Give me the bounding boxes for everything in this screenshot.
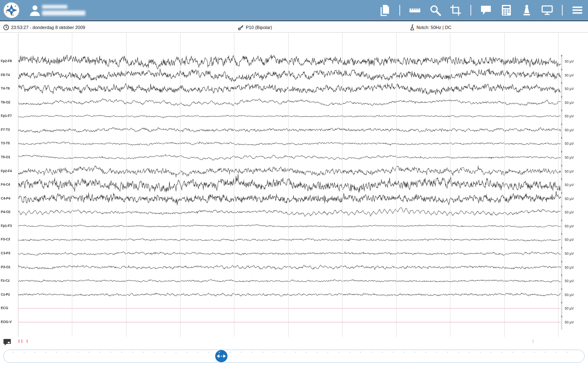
timeline-scrollbar-handle[interactable] <box>215 350 227 362</box>
filter-settings[interactable]: Notch: 50Hz | DC <box>410 22 451 33</box>
monitor-icon[interactable] <box>541 4 553 16</box>
montage-label: P10 (Bipolar) <box>246 25 272 30</box>
event-marker-strip[interactable] <box>0 337 588 349</box>
scrollbar-tick <box>360 352 361 353</box>
scrollbar-tick <box>273 352 274 353</box>
scrollbar-tick <box>404 352 405 353</box>
scrollbar-tick <box>252 352 252 353</box>
horizontal-resize-arrow-icon <box>217 354 226 359</box>
scrollbar-tick <box>382 352 383 353</box>
comment-icon[interactable] <box>3 339 11 347</box>
event-marker[interactable] <box>18 339 20 343</box>
toolbar-separator <box>470 5 471 16</box>
channel-label: Fp2-F8 <box>1 59 17 63</box>
zoom-icon[interactable] <box>430 4 441 16</box>
scrollbar-tick <box>371 352 372 353</box>
time-gridline <box>504 33 505 337</box>
scale-label: 50 µV <box>565 169 574 173</box>
app-header <box>0 0 588 21</box>
scrollbar-tick <box>219 352 220 353</box>
scrollbar-tick <box>110 352 111 353</box>
scale-label: 50 µV <box>565 224 574 228</box>
montage-key-icon <box>238 25 244 30</box>
ruler-icon[interactable] <box>409 4 421 16</box>
channel-label: F3-C3 <box>1 237 17 241</box>
scrollbar-tick <box>447 352 448 353</box>
scrollbar-tick <box>230 352 231 353</box>
time-gridline <box>558 33 559 337</box>
calculator-icon[interactable] <box>501 4 512 16</box>
channel-label: C4-P4 <box>1 196 17 200</box>
scale-label: 50 µV <box>565 265 574 269</box>
scrollbar-tick <box>317 352 318 353</box>
scrollbar-tick <box>567 352 568 353</box>
statuette-icon[interactable] <box>521 4 532 16</box>
time-gridline <box>180 33 180 337</box>
scrollbar-tick <box>425 352 426 353</box>
channel-label: C3-P3 <box>1 251 17 255</box>
scale-ruler-tick <box>561 69 562 70</box>
channel-label: T4-T6 <box>1 86 17 90</box>
scale-ruler-tick <box>561 165 562 166</box>
scale-ruler-tick <box>561 261 562 263</box>
event-marker[interactable] <box>27 339 28 343</box>
scrollbar-tick <box>534 352 535 353</box>
channel-label: EOG-V <box>1 320 17 324</box>
scrollbar-tick <box>154 352 155 353</box>
scrollbar-tick <box>512 352 513 353</box>
status-bar: 23:53:27 - donderdag 8 oktober 2009 P10 … <box>0 22 588 33</box>
scale-ruler-tick <box>561 206 562 207</box>
scrollbar-tick <box>490 352 491 353</box>
scrollbar-tick <box>393 352 394 353</box>
eeg-traces-canvas[interactable] <box>16 33 563 337</box>
pages-icon[interactable] <box>379 4 390 16</box>
channel-label: Fp1-F7 <box>1 114 17 118</box>
scrollbar-tick <box>13 352 13 353</box>
patient-name-redacted <box>42 11 85 16</box>
patient-id-redacted <box>42 5 67 9</box>
channel-label: ECG <box>1 306 17 310</box>
channel-label: T3-T5 <box>1 141 17 145</box>
scale-ruler-tick <box>561 178 562 180</box>
scale-ruler-tick <box>561 151 562 153</box>
montage-selector[interactable]: P10 (Bipolar) <box>238 22 272 33</box>
scale-label: 50 µV <box>565 238 574 242</box>
channel-label: Cz-Pz <box>1 292 17 296</box>
channel-label: F8-T4 <box>1 73 17 77</box>
scale-ruler-tick <box>561 302 562 303</box>
time-gridline <box>342 33 343 337</box>
scale-ruler-tick <box>561 82 562 84</box>
channel-label: Fp2-F4 <box>1 169 17 173</box>
event-marker[interactable] <box>532 339 534 343</box>
scale-label: 50 µV <box>565 59 574 63</box>
eeg-trace-viewer[interactable]: Fp2-F850 µVF8-T450 µVT4-T650 µVT6-O250 µ… <box>0 33 588 337</box>
scale-ruler-tick <box>561 316 562 317</box>
event-marker[interactable] <box>21 339 22 343</box>
scrollbar-tick <box>241 352 242 353</box>
scale-ruler-tick <box>561 110 562 111</box>
scrollbar-tick <box>327 352 328 353</box>
scrollbar-tick <box>556 352 557 353</box>
comment-icon[interactable] <box>480 4 492 16</box>
scale-label: 50 µV <box>565 210 574 214</box>
channel-label: T5-O1 <box>1 155 17 159</box>
scrollbar-tick <box>176 352 176 353</box>
scale-label: 50 µV <box>565 114 574 118</box>
scrollbar-tick <box>165 352 165 353</box>
scrollbar-tick <box>24 352 24 353</box>
scale-ruler-tick <box>561 123 562 125</box>
scale-label: 50 µV <box>565 293 574 297</box>
scrollbar-tick <box>545 352 546 353</box>
time-gridline <box>72 33 72 337</box>
menu-icon[interactable] <box>572 4 583 16</box>
scrollbar-tick <box>56 352 57 353</box>
timeline-scrollbar-track[interactable] <box>3 350 585 363</box>
crop-icon[interactable] <box>450 4 461 16</box>
scrollbar-tick <box>436 352 437 353</box>
channel-label: P4-O2 <box>1 210 17 214</box>
recording-time: 23:53:27 - donderdag 8 oktober 2009 <box>3 22 85 33</box>
scale-label: 50 µV <box>565 251 574 256</box>
scrollbar-tick <box>458 352 459 353</box>
scale-ruler-tick <box>561 96 562 98</box>
scrollbar-tick <box>414 352 415 353</box>
